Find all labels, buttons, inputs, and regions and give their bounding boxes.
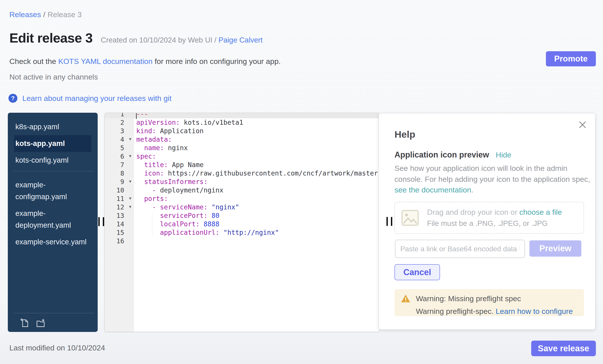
release-created-meta: Created on 10/10/2024 by Web UI / Paige …	[101, 36, 263, 44]
help-body-text: See how your application icon will look …	[394, 163, 590, 195]
editor-line-16[interactable]: 16	[104, 237, 379, 245]
code-text: ports:	[134, 195, 379, 203]
sidebar-file-kots-app.yaml[interactable]: kots-app.yaml	[14, 135, 92, 152]
fold-arrow-icon[interactable]: ▼	[129, 152, 131, 160]
sidebar-file-example-configmap.yaml[interactable]: example-configmap.yaml	[14, 177, 92, 205]
editor-line-11[interactable]: 11▼ ports:	[104, 195, 379, 203]
icon-dropzone[interactable]: Drag and drop your icon or choose a file…	[394, 202, 584, 234]
warning-icon	[401, 294, 411, 303]
sidebar-bottom-divider	[13, 313, 94, 313]
kots-yaml-docs-link[interactable]: KOTS YAML documentation	[58, 57, 152, 66]
author-link[interactable]: Paige Calvert	[219, 36, 263, 44]
code-text	[134, 237, 379, 245]
code-text: kind: Application	[134, 127, 379, 135]
learn-configure-link[interactable]: Learn how to configure	[496, 307, 573, 315]
breadcrumb-separator: /	[41, 10, 47, 19]
line-number: 14	[104, 220, 134, 228]
editor-line-7[interactable]: 7 title: App Name	[104, 161, 379, 169]
help-title: Help	[394, 129, 415, 140]
line-number: 12▼	[104, 203, 134, 211]
line-number: 5	[104, 144, 134, 152]
code-text: applicationUrl: "http://nginx"	[134, 228, 379, 237]
editor-line-5[interactable]: 5 name: nginx	[104, 144, 379, 152]
editor-line-13[interactable]: 13 servicePort: 80	[104, 211, 379, 220]
line-number: 4▼	[104, 135, 134, 144]
icon-url-input[interactable]	[395, 240, 525, 258]
editor-line-15[interactable]: 15 applicationUrl: "http://nginx"	[104, 228, 379, 237]
code-text: localPort: 8888	[134, 220, 379, 228]
code-text: ---	[134, 113, 379, 118]
line-number: 15	[104, 228, 134, 237]
sidebar-resize-handle[interactable]	[98, 217, 104, 226]
file-list-divider	[13, 171, 94, 171]
editor-line-4[interactable]: 4▼metadata:	[104, 135, 379, 144]
line-number: 7	[104, 161, 134, 169]
editor-line-6[interactable]: 6▼spec:	[104, 152, 379, 161]
choose-file-link[interactable]: choose a file	[519, 208, 562, 216]
close-icon[interactable]	[578, 121, 587, 129]
sidebar-file-example-service.yaml[interactable]: example-service.yaml	[14, 234, 92, 250]
yaml-editor[interactable]: 1---2apiVersion: kots.io/v1beta13kind: A…	[104, 113, 380, 332]
new-folder-icon[interactable]	[35, 318, 46, 328]
promote-button[interactable]: Promote	[546, 51, 596, 66]
line-number: 10	[104, 186, 134, 195]
image-placeholder-icon	[400, 208, 420, 228]
question-icon: ?	[9, 94, 17, 103]
editor-line-2[interactable]: 2apiVersion: kots.io/v1beta1	[104, 118, 379, 127]
editor-line-9[interactable]: 9▼ statusInformers:	[104, 177, 379, 186]
kots-docs-sentence: Check out the KOTS YAML documentation fo…	[9, 57, 281, 66]
editor-line-10[interactable]: 10 - deployment/nginx	[104, 186, 379, 195]
help-resize-handle[interactable]	[386, 217, 392, 226]
editor-line-8[interactable]: 8 icon: https://raw.githubusercontent.co…	[104, 169, 379, 177]
line-number: 3	[104, 127, 134, 135]
git-releases-help-link[interactable]: Learn about managing your releases with …	[22, 94, 172, 103]
line-number: 13	[104, 211, 134, 220]
editor-line-12[interactable]: 12▼ - serviceName: "nginx"	[104, 203, 379, 211]
code-text: spec:	[134, 152, 379, 161]
indent-guide	[152, 211, 152, 237]
sidebar-file-kots-config.yaml[interactable]: kots-config.yaml	[14, 152, 92, 169]
sidebar-file-example-deployment.yaml[interactable]: example-deployment.yaml	[14, 205, 92, 234]
fold-arrow-icon[interactable]: ▼	[129, 194, 131, 202]
code-text: title: App Name	[134, 161, 379, 169]
fold-arrow-icon[interactable]: ▼	[129, 135, 131, 143]
warning-title: Warning: Missing preflight spec	[416, 294, 521, 303]
code-text: name: nginx	[134, 144, 379, 152]
icon-preview-section-title: Application icon preview	[394, 150, 489, 159]
line-number: 2	[104, 118, 134, 127]
new-file-icon[interactable]	[19, 318, 30, 328]
hide-link[interactable]: Hide	[496, 151, 511, 159]
last-modified: Last modified on 10/10/2024	[9, 343, 105, 352]
breadcrumb-current: Release 3	[47, 10, 82, 19]
editor-caret	[136, 113, 137, 119]
code-text: icon: https://raw.githubusercontent.com/…	[134, 169, 380, 177]
fold-arrow-icon[interactable]: ▼	[129, 177, 131, 186]
line-number: 16	[104, 237, 134, 245]
editor-line-3[interactable]: 3kind: Application	[104, 127, 379, 135]
code-text: statusInformers:	[134, 177, 379, 186]
dropzone-text: Drag and drop your icon or choose a file	[427, 208, 562, 217]
preflight-warning: Warning: Missing preflight spec Warning …	[394, 289, 584, 316]
line-number: 1	[104, 113, 134, 118]
see-documentation-link[interactable]: see the documentation	[394, 186, 471, 194]
line-number: 8	[104, 169, 134, 177]
sidebar-file-k8s-app.yaml[interactable]: k8s-app.yaml	[14, 119, 92, 135]
line-number: 11▼	[104, 195, 134, 203]
line-number: 9▼	[104, 177, 134, 186]
code-text: - deployment/nginx	[134, 186, 379, 195]
code-text: - serviceName: "nginx"	[134, 203, 379, 211]
editor-line-14[interactable]: 14 localPort: 8888	[104, 220, 379, 228]
breadcrumb-releases-link[interactable]: Releases	[9, 10, 41, 19]
code-text: apiVersion: kots.io/v1beta1	[134, 118, 379, 127]
fold-arrow-icon[interactable]: ▼	[129, 202, 131, 211]
code-text: servicePort: 80	[134, 211, 379, 220]
preview-button[interactable]: Preview	[529, 240, 581, 257]
line-number: 6▼	[104, 152, 134, 161]
help-panel: Help Application icon preview Hide See h…	[379, 113, 595, 330]
editor-line-1[interactable]: 1---	[104, 113, 379, 118]
cancel-button[interactable]: Cancel	[394, 264, 440, 280]
file-list: k8s-app.yamlkots-app.yamlkots-config.yam…	[8, 113, 98, 250]
dropzone-filetypes: File must be a .PNG, .JPEG, or .JPG	[427, 219, 562, 228]
save-release-button[interactable]: Save release	[531, 341, 596, 356]
warning-detail: Warning preflight-spec. Learn how to con…	[416, 307, 584, 316]
